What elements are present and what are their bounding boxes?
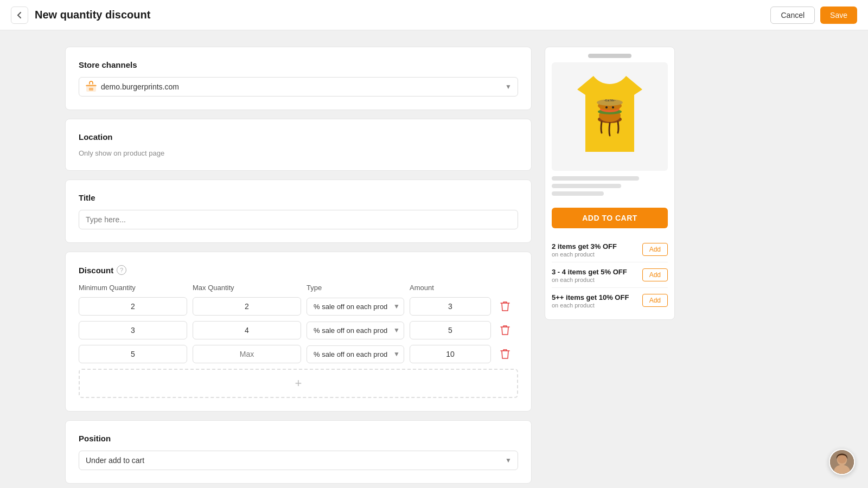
- discount-offers: 2 items get 3% OFF on each product Add 3…: [545, 234, 674, 319]
- offer-main: 3 - 4 items get 5% OFF: [552, 268, 627, 276]
- min-qty-input[interactable]: [79, 321, 187, 339]
- offer-add-button[interactable]: Add: [642, 243, 668, 256]
- discount-header: Discount ?: [79, 265, 518, 275]
- back-button[interactable]: [11, 7, 28, 24]
- title-input[interactable]: [79, 210, 518, 229]
- store-channels-card: Store channels demo.burgerprints.com ▼: [65, 47, 532, 110]
- type-select[interactable]: % sale off on each product$ sale off on …: [307, 345, 404, 363]
- type-select[interactable]: % sale off on each product$ sale off on …: [307, 322, 404, 339]
- page-title: New quantity discount: [35, 9, 150, 21]
- min-qty-input[interactable]: [79, 297, 187, 316]
- offer-item: 2 items get 3% OFF on each product Add: [552, 237, 668, 262]
- col-amount: Amount: [410, 284, 491, 292]
- min-qty-input[interactable]: [79, 345, 187, 363]
- offer-sub: on each product: [552, 251, 617, 258]
- location-card: Location Only show on product page: [65, 119, 532, 171]
- position-label: Position: [79, 434, 518, 443]
- offer-text: 3 - 4 items get 5% OFF on each product: [552, 267, 627, 283]
- discount-rows: % sale off on each product$ sale off on …: [79, 297, 518, 363]
- amount-input[interactable]: [410, 297, 491, 316]
- discount-card: Discount ? Minimum Quantity Max Quantity…: [65, 252, 532, 412]
- svg-text:~Eat Me~: ~Eat Me~: [604, 99, 616, 102]
- left-panel: Store channels demo.burgerprints.com ▼ L…: [65, 47, 532, 484]
- product-image-area: ~Eat Me~: [552, 62, 668, 171]
- offer-text: 5++ items get 10% OFF on each product: [552, 292, 629, 309]
- max-qty-input[interactable]: [193, 345, 301, 363]
- skeleton-line-2: [552, 184, 621, 188]
- offer-item: 5++ items get 10% OFF on each product Ad…: [552, 288, 668, 313]
- type-select-wrapper: % sale off on each product$ sale off on …: [307, 322, 404, 339]
- offer-main: 2 items get 3% OFF: [552, 242, 617, 251]
- discount-row: % sale off on each product$ sale off on …: [79, 321, 518, 339]
- right-panel: ~Eat Me~ ADD TO CART 2 items get 3% OFF …: [545, 47, 675, 484]
- svg-point-14: [838, 454, 847, 464]
- store-icon: [85, 81, 97, 93]
- store-channels-select[interactable]: demo.burgerprints.com: [79, 77, 518, 97]
- header-left: New quantity discount: [11, 7, 150, 24]
- position-select-wrapper: Under add to cart ▼: [79, 451, 518, 470]
- product-tshirt-image: ~Eat Me~: [569, 70, 650, 163]
- col-type: Type: [307, 284, 404, 292]
- cancel-button[interactable]: Cancel: [770, 7, 815, 24]
- preview-card: ~Eat Me~ ADD TO CART 2 items get 3% OFF …: [545, 47, 675, 320]
- avatar-image: [830, 450, 854, 474]
- discount-label: Discount: [79, 266, 113, 275]
- header-actions: Cancel Save: [770, 7, 857, 24]
- amount-input[interactable]: [410, 321, 491, 339]
- col-min-qty: Minimum Quantity: [79, 284, 187, 292]
- offer-main: 5++ items get 10% OFF: [552, 293, 629, 301]
- type-select-wrapper: % sale off on each product$ sale off on …: [307, 345, 404, 363]
- add-to-cart-button[interactable]: ADD TO CART: [552, 208, 668, 228]
- title-card: Title: [65, 179, 532, 243]
- offer-add-button[interactable]: Add: [642, 268, 668, 281]
- location-description: Only show on product page: [79, 149, 518, 157]
- delete-row-button[interactable]: [496, 345, 514, 363]
- skeleton-line-1: [552, 176, 639, 181]
- avatar: [829, 449, 855, 475]
- discount-table-header: Minimum Quantity Max Quantity Type Amoun…: [79, 284, 518, 292]
- offer-sub: on each product: [552, 277, 627, 283]
- store-channels-label: Store channels: [79, 60, 518, 69]
- discount-row: % sale off on each product$ sale off on …: [79, 297, 518, 316]
- delete-row-button[interactable]: [496, 298, 514, 315]
- type-select[interactable]: % sale off on each product$ sale off on …: [307, 298, 404, 316]
- svg-point-8: [605, 106, 608, 108]
- store-channels-select-wrapper: demo.burgerprints.com ▼: [79, 77, 518, 97]
- offer-item: 3 - 4 items get 5% OFF on each product A…: [552, 262, 668, 288]
- offer-sub: on each product: [552, 302, 629, 309]
- position-card: Position Under add to cart ▼: [65, 420, 532, 484]
- amount-input[interactable]: [410, 345, 491, 363]
- svg-rect-1: [89, 88, 93, 91]
- location-label: Location: [79, 132, 518, 142]
- offer-add-button[interactable]: Add: [642, 294, 668, 307]
- discount-row: % sale off on each product$ sale off on …: [79, 345, 518, 363]
- header: New quantity discount Cancel Save: [0, 0, 868, 30]
- skeleton-lines: [545, 171, 674, 202]
- save-button[interactable]: Save: [820, 7, 857, 24]
- position-select[interactable]: Under add to cart: [79, 451, 518, 470]
- title-label: Title: [79, 193, 518, 202]
- type-select-wrapper: % sale off on each product$ sale off on …: [307, 298, 404, 316]
- col-max-qty: Max Quantity: [193, 284, 301, 292]
- add-row-button[interactable]: +: [79, 369, 518, 398]
- delete-row-button[interactable]: [496, 322, 514, 339]
- preview-top-bar: [588, 54, 631, 58]
- skeleton-line-3: [552, 191, 604, 196]
- svg-point-9: [612, 106, 614, 108]
- help-icon[interactable]: ?: [117, 265, 126, 275]
- max-qty-input[interactable]: [193, 321, 301, 339]
- main-content: Store channels demo.burgerprints.com ▼ L…: [54, 30, 814, 488]
- max-qty-input[interactable]: [193, 297, 301, 316]
- offer-text: 2 items get 3% OFF on each product: [552, 241, 617, 258]
